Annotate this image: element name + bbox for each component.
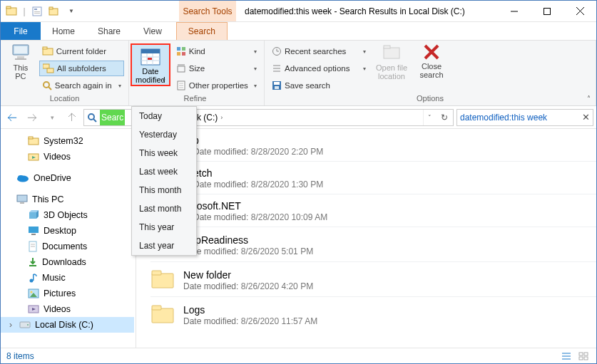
date-modified-button[interactable]: Date modified ▾ [131, 43, 170, 86]
dd-last-year[interactable]: Last year [132, 236, 196, 255]
tab-home[interactable]: Home [41, 22, 86, 40]
refresh-button[interactable]: ↻ [436, 113, 453, 123]
search-box[interactable]: datemodified:this week ✕ [456, 109, 593, 126]
forward-button[interactable]: 🡢 [24, 109, 41, 126]
close-search-button[interactable]: Close search [414, 43, 449, 79]
tab-view[interactable]: View [132, 22, 173, 40]
clear-search-icon[interactable]: ✕ [582, 112, 590, 123]
tree-system32[interactable]: System32 [1, 133, 134, 149]
chevron-down-icon: ▾ [254, 66, 257, 72]
recent-searches-button[interactable]: Recent searches▾ [269, 43, 369, 59]
dd-this-week[interactable]: This week [132, 144, 196, 162]
current-folder-button[interactable]: Current folder [39, 43, 124, 59]
svg-rect-17 [43, 47, 47, 49]
folder-icon [42, 46, 53, 56]
navigation-bar: 🡠 🡢 ▾ 🡡 Searc isk (C:) › ˅ ↻ datemodifie… [1, 106, 596, 129]
list-item[interactable]: etch Date modified: 8/28/2020 1:30 PM [150, 162, 596, 194]
chevron-down-icon: ▾ [163, 78, 165, 83]
tree-music[interactable]: Music [1, 270, 134, 286]
cloud-icon [16, 174, 29, 182]
close-button[interactable] [563, 1, 596, 21]
svg-rect-19 [47, 68, 53, 73]
tree-onedrive[interactable]: OneDrive [1, 170, 134, 186]
file-menu[interactable]: File [1, 22, 41, 40]
list-item[interactable]: New folder Date modified: 8/26/2020 4:20… [150, 262, 596, 297]
tree-desktop[interactable]: Desktop [1, 223, 134, 239]
dd-last-week[interactable]: Last week [132, 162, 196, 181]
tree-videos2[interactable]: Videos [1, 301, 134, 317]
svg-rect-55 [29, 137, 33, 139]
tree-thispc[interactable]: This PC [1, 192, 134, 207]
other-properties-button[interactable]: Other properties▾ [173, 78, 260, 93]
minimize-button[interactable] [498, 1, 531, 21]
dd-this-year[interactable]: This year [132, 218, 196, 236]
all-subfolders-button[interactable]: All subfolders [39, 61, 124, 76]
list-item[interactable]: rosoft.NET Date modified: 8/28/2020 10:0… [150, 194, 596, 227]
search-again-icon [42, 80, 52, 90]
tree-3dobjects[interactable]: 3D Objects [1, 207, 134, 223]
back-button[interactable]: 🡠 [4, 109, 21, 126]
qat-properties-icon[interactable] [29, 4, 45, 19]
svg-rect-28 [148, 58, 152, 60]
svg-rect-15 [15, 58, 26, 60]
list-item[interactable]: AppReadiness Date modified: 8/26/2020 5:… [150, 227, 596, 262]
group-options-label: Options [269, 94, 591, 104]
qat-separator: | [21, 4, 28, 19]
menu-bar: File Home Share View Search [1, 22, 596, 41]
this-pc-button[interactable]: This PC [5, 43, 36, 80]
tree-videos[interactable]: Videos [1, 149, 134, 165]
svg-rect-5 [34, 13, 40, 14]
size-button[interactable]: Size▾ [173, 61, 260, 76]
save-search-button[interactable]: Save search [269, 78, 369, 93]
details-view-icon[interactable] [559, 350, 573, 362]
qat-customize-dropdown[interactable]: ▼ [63, 4, 79, 19]
svg-rect-14 [17, 56, 24, 58]
svg-rect-49 [384, 46, 390, 48]
size-icon [176, 63, 186, 73]
this-pc-label: This PC [13, 63, 28, 80]
tree-localdisk[interactable]: Local Disk (C:) [1, 317, 134, 333]
svg-rect-47 [275, 86, 279, 89]
svg-rect-91 [579, 357, 583, 360]
qat-newfolder-icon[interactable] [46, 4, 62, 19]
address-overlay-text: Searc [100, 110, 125, 125]
window-title: datemodified:this week - Search Results … [236, 1, 498, 21]
open-file-location-label: Open file location [376, 63, 407, 80]
contextual-tab-header: Search Tools [179, 1, 236, 21]
kind-button[interactable]: Kind▾ [173, 43, 260, 59]
svg-rect-18 [43, 64, 49, 68]
ribbon-collapse-icon[interactable]: ˄ [587, 95, 591, 103]
dd-last-month[interactable]: Last month [132, 199, 196, 218]
tab-share[interactable]: Share [86, 22, 132, 40]
ribbon: This PC Current folder All subfolders Se… [1, 41, 596, 106]
tree-documents[interactable]: Documents [1, 239, 134, 254]
svg-rect-82 [152, 274, 173, 288]
kind-label: Kind [189, 47, 205, 56]
dd-today[interactable]: Today [132, 107, 196, 125]
search-again-button[interactable]: Search again in ▾ [39, 78, 124, 93]
svg-rect-31 [177, 52, 180, 56]
list-item[interactable]: Logs Date modified: 8/26/2020 11:57 AM [150, 297, 596, 331]
svg-rect-33 [178, 66, 185, 72]
advanced-options-button[interactable]: Advanced options▾ [269, 61, 369, 76]
list-item[interactable]: p Date modified: 8/28/2020 2:20 PM [150, 129, 596, 162]
title-bar: | ▼ Search Tools datemodified:this week … [1, 1, 596, 22]
folder-icon [150, 268, 175, 292]
svg-rect-62 [29, 212, 36, 219]
dd-this-month[interactable]: This month [132, 181, 196, 199]
current-folder-label: Current folder [56, 47, 106, 56]
svg-point-59 [18, 175, 24, 180]
address-dropdown[interactable]: ˅ [423, 110, 436, 125]
up-button[interactable]: 🡡 [63, 109, 81, 126]
tab-search[interactable]: Search [176, 22, 228, 40]
large-icons-view-icon[interactable] [576, 350, 591, 362]
svg-rect-46 [274, 82, 280, 85]
ribbon-group-location: This PC Current folder All subfolders Se… [1, 41, 129, 105]
dd-yesterday[interactable]: Yesterday [132, 125, 196, 144]
history-dropdown[interactable]: ▾ [44, 109, 61, 126]
app-icon [4, 4, 19, 19]
maximize-button[interactable] [531, 1, 563, 21]
chevron-down-icon: ▾ [363, 66, 366, 72]
tree-pictures[interactable]: Pictures [1, 286, 134, 301]
tree-downloads[interactable]: Downloads [1, 254, 134, 270]
